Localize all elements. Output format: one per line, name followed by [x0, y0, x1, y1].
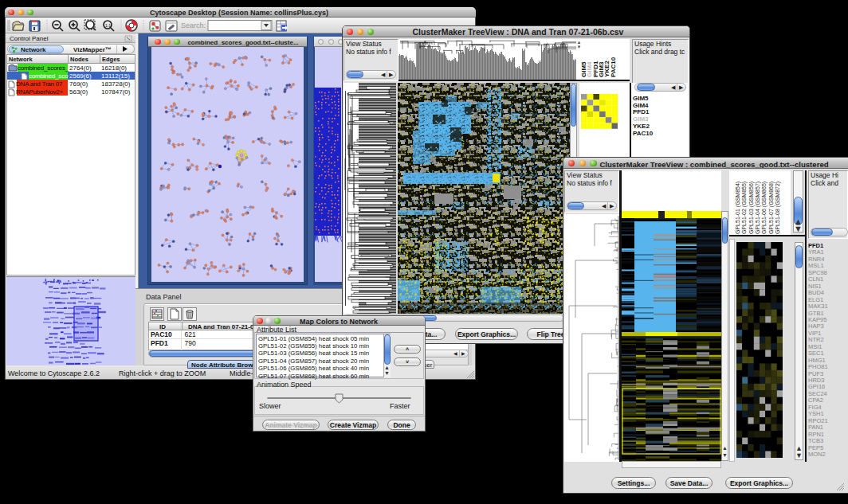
svg-text:GPL51-08 (GSM872): GPL51-08 (GSM872) [775, 182, 781, 234]
svg-text:Search:: Search: [181, 21, 206, 29]
svg-text:GPL51-01 (GSM854): GPL51-01 (GSM854) [735, 182, 741, 234]
svg-text:PAC10: PAC10 [610, 57, 617, 77]
svg-text:1:1: 1:1 [105, 23, 111, 28]
svg-text:GPL51-07 (GSM868): GPL51-07 (GSM868) [768, 182, 775, 234]
svg-text:GPL51-02 (GSM855): GPL51-02 (GSM855) [741, 182, 748, 234]
svg-text:GPL51-06 (GSM865): GPL51-06 (GSM865) [761, 182, 768, 234]
svg-text:GPL51-04 (GSM857): GPL51-04 (GSM857) [755, 182, 761, 234]
svg-text:GPL51-03 (GSM856): GPL51-03 (GSM856) [748, 182, 755, 234]
